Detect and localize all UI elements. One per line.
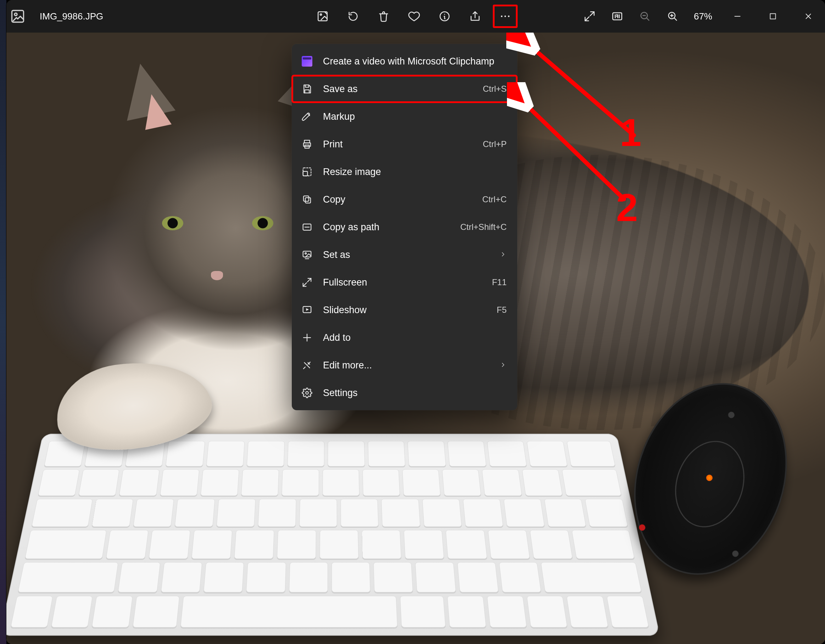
share-button[interactable] bbox=[467, 8, 484, 25]
svg-point-24 bbox=[306, 391, 309, 394]
favorite-button[interactable] bbox=[406, 8, 423, 25]
filename-label: IMG_9986.JPG bbox=[40, 11, 103, 22]
titlebar: IMG_9986.JPG bbox=[6, 0, 825, 32]
menu-item-copy-as-path[interactable]: Copy as path Ctrl+Shift+C bbox=[292, 213, 517, 241]
menu-item-label: Resize image bbox=[323, 166, 507, 177]
svg-rect-17 bbox=[305, 198, 311, 203]
svg-rect-18 bbox=[303, 196, 309, 201]
more-options-button[interactable] bbox=[497, 8, 514, 25]
clipchamp-icon bbox=[301, 55, 313, 67]
photos-app-window: IMG_9986.JPG bbox=[6, 0, 825, 644]
copy-path-icon bbox=[301, 221, 313, 233]
menu-item-label: Save as bbox=[323, 83, 473, 95]
menu-item-settings[interactable]: Settings bbox=[292, 379, 517, 407]
svg-point-6 bbox=[504, 15, 506, 17]
svg-point-1 bbox=[14, 13, 17, 15]
fullscreen-toggle-button[interactable] bbox=[581, 8, 598, 25]
rotate-button[interactable] bbox=[345, 8, 362, 25]
menu-item-set-as[interactable]: Set as bbox=[292, 241, 517, 268]
menu-item-fullscreen[interactable]: Fullscreen F11 bbox=[292, 268, 517, 296]
svg-point-21 bbox=[305, 253, 306, 254]
keyboard-prop bbox=[6, 434, 660, 636]
menu-item-clipchamp[interactable]: Create a video with Microsoft Clipchamp bbox=[292, 48, 517, 75]
menu-item-edit-more[interactable]: Edit more... bbox=[292, 351, 517, 379]
annotation-box-more bbox=[493, 5, 518, 28]
svg-rect-16 bbox=[303, 171, 308, 176]
resize-icon bbox=[301, 166, 313, 178]
zoom-out-button[interactable] bbox=[637, 8, 654, 25]
svg-rect-15 bbox=[303, 168, 311, 176]
menu-item-shortcut: Ctrl+Shift+C bbox=[460, 222, 507, 232]
menu-item-label: Markup bbox=[323, 111, 507, 122]
zoom-in-button[interactable] bbox=[664, 8, 681, 25]
edit-image-button[interactable] bbox=[314, 8, 331, 25]
delete-button[interactable] bbox=[375, 8, 392, 25]
svg-point-7 bbox=[508, 15, 510, 17]
menu-item-shortcut: Ctrl+C bbox=[482, 194, 507, 204]
menu-item-slideshow[interactable]: Slideshow F5 bbox=[292, 296, 517, 324]
menu-item-label: Copy as path bbox=[323, 222, 450, 233]
fullscreen-icon bbox=[301, 276, 313, 288]
menu-item-label: Settings bbox=[323, 388, 507, 399]
image-viewport[interactable]: Create a video with Microsoft Clipchamp … bbox=[6, 32, 825, 644]
menu-item-label: Copy bbox=[323, 194, 472, 205]
center-toolbar bbox=[314, 0, 518, 32]
window-maximize-button[interactable] bbox=[760, 6, 785, 26]
menu-item-copy[interactable]: Copy Ctrl+C bbox=[292, 186, 517, 213]
settings-icon bbox=[301, 387, 313, 399]
chevron-right-icon bbox=[499, 360, 507, 371]
menu-item-save-as[interactable]: Save as Ctrl+S bbox=[292, 75, 517, 103]
svg-point-3 bbox=[320, 14, 321, 15]
svg-rect-11 bbox=[770, 14, 776, 19]
print-icon bbox=[301, 138, 313, 150]
menu-item-label: Print bbox=[323, 139, 473, 150]
menu-item-resize[interactable]: Resize image bbox=[292, 158, 517, 186]
more-options-menu: Create a video with Microsoft Clipchamp … bbox=[292, 44, 517, 410]
desktop-sliver bbox=[0, 0, 6, 644]
window-minimize-button[interactable] bbox=[725, 6, 750, 26]
save-icon bbox=[301, 83, 313, 95]
menu-item-label: Slideshow bbox=[323, 305, 487, 316]
menu-item-label: Set as bbox=[323, 250, 490, 260]
menu-item-label: Add to bbox=[323, 332, 507, 343]
set-as-icon bbox=[301, 249, 313, 261]
slideshow-icon bbox=[301, 304, 313, 316]
menu-item-print[interactable]: Print Ctrl+P bbox=[292, 130, 517, 158]
svg-point-23 bbox=[310, 362, 311, 363]
menu-item-shortcut: Ctrl+S bbox=[483, 84, 507, 94]
svg-point-5 bbox=[501, 15, 502, 17]
app-icon bbox=[10, 9, 26, 24]
menu-item-shortcut: F5 bbox=[497, 305, 507, 315]
actual-size-button[interactable] bbox=[609, 8, 626, 25]
menu-item-markup[interactable]: Markup bbox=[292, 103, 517, 130]
zoom-level-label[interactable]: 67% bbox=[694, 11, 712, 22]
edit-more-icon bbox=[301, 359, 313, 371]
info-button[interactable] bbox=[436, 8, 453, 25]
menu-item-shortcut: F11 bbox=[492, 277, 507, 287]
menu-item-label: Edit more... bbox=[323, 360, 490, 371]
chevron-right-icon bbox=[499, 250, 507, 260]
right-toolbar: 67% bbox=[581, 0, 821, 32]
copy-icon bbox=[301, 193, 313, 205]
menu-item-add-to[interactable]: Add to bbox=[292, 324, 517, 351]
markup-icon bbox=[301, 111, 313, 123]
menu-item-label: Create a video with Microsoft Clipchamp bbox=[323, 56, 507, 67]
menu-item-label: Fullscreen bbox=[323, 277, 482, 288]
menu-item-shortcut: Ctrl+P bbox=[483, 139, 507, 149]
plus-icon bbox=[301, 331, 313, 344]
window-close-button[interactable] bbox=[796, 6, 821, 26]
